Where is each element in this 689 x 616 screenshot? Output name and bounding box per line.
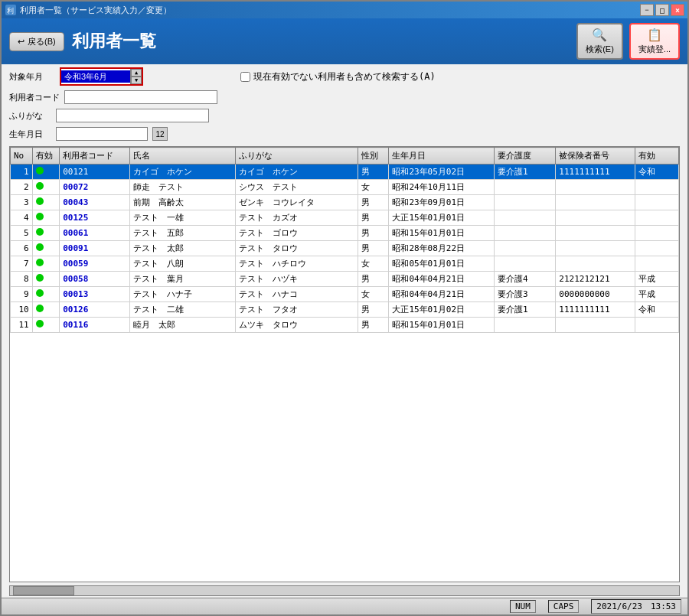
table-cell: テスト タロウ (235, 241, 358, 256)
svg-text:利: 利 (7, 7, 14, 15)
table-cell (556, 241, 635, 256)
table-cell: 00061 (60, 226, 130, 241)
table-cell (556, 226, 635, 241)
table-cell: テスト 太郎 (129, 241, 235, 256)
table-cell (635, 318, 678, 333)
target-year-row: 対象年月 ▲ ▼ (9, 67, 217, 86)
table-cell (32, 165, 60, 180)
table-cell: 00058 (60, 272, 130, 287)
table-row[interactable]: 500061テスト 五郎テスト ゴロウ男昭和15年01月01日 (11, 226, 679, 241)
col-eff: 有効 (635, 148, 678, 165)
table-cell (32, 318, 60, 333)
table-cell: 昭和04年04月21日 (389, 272, 495, 287)
table-cell (32, 195, 60, 210)
scrollbar-thumb[interactable] (13, 586, 74, 595)
table-row[interactable]: 700059テスト 八朗テスト ハチロウ女昭和05年01月01日 (11, 256, 679, 272)
table-cell (495, 195, 556, 210)
table-row[interactable]: 1000126テスト 二雄テスト フタオ男大正15年01月02日要介護11111… (11, 302, 679, 318)
target-year-box: ▲ ▼ (60, 67, 143, 86)
jisseki-label: 実績登... (638, 44, 671, 55)
target-year-label: 対象年月 (9, 71, 55, 83)
table-cell: 10 (11, 302, 33, 318)
table-cell: 女 (358, 180, 389, 195)
main-window: 利 利用者一覧（サービス実績入力／変更） － □ × ↩ 戻る(B) 利用者一覧… (0, 0, 689, 616)
table-row[interactable]: 1100116睦月 太郎ムツキ タロウ男昭和15年01月01日 (11, 318, 679, 333)
table-cell: 令和 (635, 165, 678, 180)
table-cell: テスト ハナ子 (129, 287, 235, 302)
header-right: 🔍 検索(E) 📋 実績登... (576, 23, 680, 60)
table-cell: テスト 葉月 (129, 272, 235, 287)
table-cell: 00116 (60, 318, 130, 333)
table-cell (495, 210, 556, 226)
birthdate-input[interactable] (56, 127, 148, 141)
back-icon: ↩ (18, 37, 24, 47)
table-cell (635, 256, 678, 272)
user-table: No 有効 利用者コード 氏名 ふりがな 性別 生年月日 要介護度 被保険者番号… (10, 147, 679, 333)
restore-button[interactable]: □ (655, 4, 669, 16)
jisseki-button[interactable]: 📋 実績登... (629, 23, 680, 60)
table-row[interactable]: 800058テスト 葉月テスト ハヅキ男昭和04年04月21日要介護421212… (11, 272, 679, 287)
table-cell (495, 241, 556, 256)
furigana-label: ふりがな (9, 110, 51, 122)
table-cell: 00013 (60, 287, 130, 302)
table-cell: 3 (11, 195, 33, 210)
table-row[interactable]: 300043前期 高齢太ゼンキ コウレイタ男昭和23年09月01日 (11, 195, 679, 210)
table-cell: 6 (11, 241, 33, 256)
table-cell: 昭和04年04月21日 (389, 287, 495, 302)
table-row[interactable]: 200072師走 テストシウス テスト女昭和24年10月11日 (11, 180, 679, 195)
active-users-checkbox-label[interactable]: 現在有効でない利用者も含めて検索する(A) (240, 70, 436, 83)
year-down-button[interactable]: ▼ (131, 77, 142, 84)
calendar-button[interactable]: 12 (152, 127, 168, 141)
table-cell: 00125 (60, 210, 130, 226)
search-icon: 🔍 (592, 28, 607, 42)
target-year-input[interactable] (61, 70, 130, 83)
table-row[interactable]: 400125テスト 一雄テスト カズオ男大正15年01月01日 (11, 210, 679, 226)
table-cell (556, 318, 635, 333)
table-cell (32, 256, 60, 272)
close-button[interactable]: × (671, 4, 684, 16)
search-button[interactable]: 🔍 検索(E) (576, 23, 623, 60)
table-cell: 師走 テスト (129, 180, 235, 195)
table-cell (32, 287, 60, 302)
table-cell: 8 (11, 272, 33, 287)
table-cell: 00043 (60, 195, 130, 210)
table-cell (635, 241, 678, 256)
title-bar: 利 利用者一覧（サービス実績入力／変更） － □ × (2, 2, 687, 18)
table-cell: 男 (358, 210, 389, 226)
table-cell: テスト ハナコ (235, 287, 358, 302)
table-cell: 男 (358, 195, 389, 210)
table-cell: 4 (11, 210, 33, 226)
table-cell: 昭和28年08月22日 (389, 241, 495, 256)
minimize-button[interactable]: － (640, 4, 654, 16)
table-cell: カイゴ ホケン (235, 165, 358, 180)
table-cell: テスト ゴロウ (235, 226, 358, 241)
back-button[interactable]: ↩ 戻る(B) (9, 32, 64, 51)
table-cell: 男 (358, 226, 389, 241)
table-cell: ムツキ タロウ (235, 318, 358, 333)
table-cell: 要介護4 (495, 272, 556, 287)
active-users-checkbox[interactable] (240, 72, 250, 82)
col-code: 利用者コード (60, 148, 130, 165)
year-up-button[interactable]: ▲ (131, 69, 142, 77)
horizontal-scrollbar[interactable] (9, 585, 680, 596)
table-cell (32, 226, 60, 241)
table-row[interactable]: 600091テスト 太郎テスト タロウ男昭和28年08月22日 (11, 241, 679, 256)
table-cell: 1 (11, 165, 33, 180)
year-spinner: ▲ ▼ (130, 69, 142, 84)
table-row[interactable]: 900013テスト ハナ子テスト ハナコ女昭和04年04月21日要介護30000… (11, 287, 679, 302)
table-cell: テスト 八朗 (129, 256, 235, 272)
search-label: 検索(E) (586, 44, 614, 55)
furigana-input[interactable] (56, 109, 209, 122)
table-cell: テスト ハチロウ (235, 256, 358, 272)
table-cell (556, 180, 635, 195)
birthdate-label: 生年月日 (9, 129, 51, 140)
table-row[interactable]: 100121カイゴ ホケンカイゴ ホケン男昭和23年05月02日要介護11111… (11, 165, 679, 180)
app-icon: 利 (5, 4, 17, 16)
table-cell: 00059 (60, 256, 130, 272)
user-code-label: 利用者コード (9, 92, 60, 103)
table-cell: 昭和05年01月01日 (389, 256, 495, 272)
table-cell (556, 256, 635, 272)
table-cell: 要介護1 (495, 302, 556, 318)
table-cell (495, 256, 556, 272)
user-code-input[interactable] (64, 90, 217, 104)
